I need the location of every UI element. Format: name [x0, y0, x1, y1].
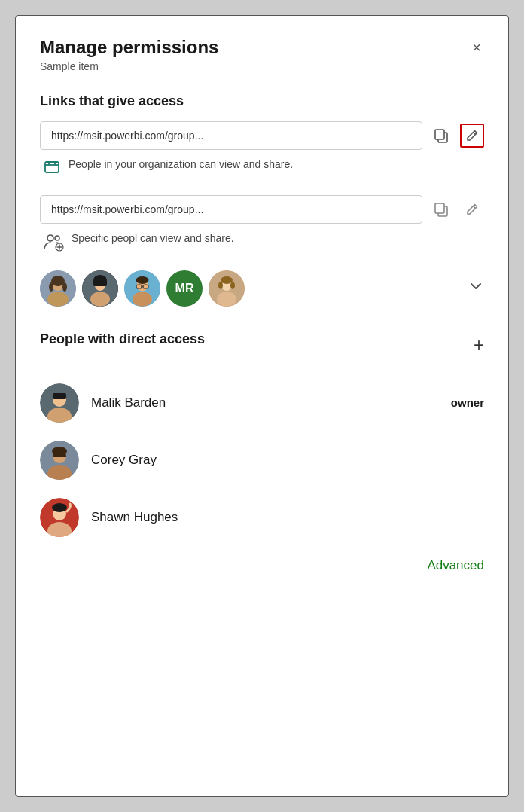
svg-point-27 [217, 292, 236, 307]
close-button[interactable]: × [469, 37, 484, 58]
link1-row [40, 121, 484, 150]
link2-desc: Specific peopl can view and share. [40, 231, 484, 255]
shawn-name: Shawn Hughes [91, 510, 472, 525]
link1-desc-text: People in your organization can view and… [69, 157, 293, 172]
link1-copy-button[interactable] [428, 123, 454, 148]
title-group: Manage permissions Sample item [40, 37, 218, 90]
svg-rect-4 [435, 203, 444, 213]
section-divider [40, 313, 484, 313]
direct-access-header: People with direct access + [40, 331, 484, 359]
link2-edit-button[interactable] [460, 197, 484, 221]
shared-avatar-5 [209, 270, 245, 307]
copy-icon-2 [433, 201, 449, 218]
advanced-link[interactable]: Advanced [427, 558, 484, 572]
person-row: Malik Barden owner [40, 374, 484, 432]
direct-access-title: People with direct access [40, 331, 205, 347]
person-row: Corey Gray [40, 432, 484, 489]
svg-point-28 [221, 276, 233, 284]
panel-title: Manage permissions [40, 37, 218, 59]
link2-input[interactable] [40, 195, 422, 224]
svg-point-11 [51, 276, 65, 286]
person-row: Shawn Hughes [40, 489, 484, 546]
svg-point-12 [49, 282, 53, 292]
svg-point-29 [218, 282, 223, 289]
pencil-icon-2 [465, 202, 480, 217]
link2-row [40, 195, 484, 224]
svg-point-16 [90, 292, 110, 307]
advanced-link-container: Advanced [40, 558, 484, 573]
people-list: Malik Barden owner Corey Gray [40, 374, 484, 546]
shared-avatar-2 [82, 270, 118, 307]
svg-point-10 [47, 292, 69, 307]
svg-rect-1 [435, 130, 444, 139]
svg-rect-18 [93, 280, 107, 286]
corey-name: Corey Gray [91, 453, 472, 468]
panel-header: Manage permissions Sample item × [40, 37, 484, 90]
links-section-title: Links that give access [40, 93, 484, 109]
copy-icon [433, 127, 449, 144]
shared-avatar-1 [40, 270, 76, 307]
svg-point-30 [230, 282, 235, 289]
svg-rect-2 [45, 162, 59, 172]
svg-point-5 [47, 235, 53, 241]
svg-point-6 [55, 236, 59, 240]
malik-name: Malik Barden [91, 395, 439, 411]
shared-avatars-row: MR [40, 270, 484, 307]
add-person-button[interactable]: + [474, 336, 484, 354]
link1-desc: People in your organization can view and… [40, 157, 484, 180]
svg-point-21 [133, 292, 152, 307]
malik-avatar [40, 383, 79, 423]
manage-permissions-panel: Manage permissions Sample item × Links t… [15, 15, 509, 797]
chevron-down-icon [468, 278, 484, 295]
corey-avatar [40, 441, 79, 480]
svg-point-13 [62, 282, 67, 292]
svg-point-42 [52, 503, 67, 512]
shared-avatar-3 [124, 270, 160, 307]
malik-role: owner [451, 396, 484, 409]
specific-people-icon [43, 232, 64, 255]
shawn-avatar [40, 498, 79, 537]
svg-point-24 [136, 276, 149, 284]
link1-input[interactable] [40, 121, 422, 150]
panel-subtitle: Sample item [40, 60, 218, 72]
link1-edit-button[interactable] [460, 124, 484, 148]
pencil-icon [465, 128, 480, 143]
avatars-expand-button[interactable] [468, 278, 484, 298]
link2-desc-text: Specific peopl can view and share. [72, 231, 234, 246]
link2-copy-button[interactable] [428, 197, 454, 222]
svg-rect-34 [53, 393, 66, 399]
org-icon [43, 158, 61, 180]
shared-avatar-4: MR [166, 270, 203, 307]
